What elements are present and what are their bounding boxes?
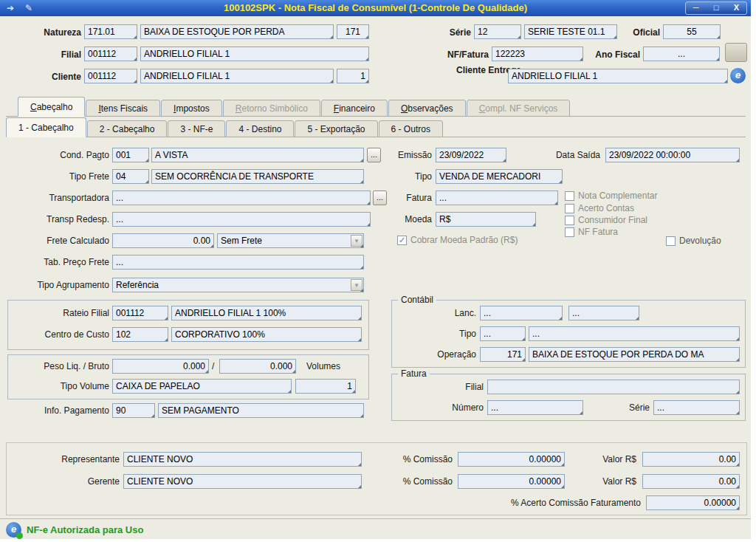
transp-redesp-label: Transp Redesp. bbox=[6, 212, 109, 227]
frete-calculado-field[interactable]: 0.00 bbox=[112, 233, 214, 248]
moeda-field[interactable]: R$ bbox=[436, 212, 536, 227]
tab-retorno-simbolico: Retorno Simbólico bbox=[223, 100, 320, 117]
info-pagamento-desc-field[interactable]: SEM PAGAMENTO bbox=[158, 403, 364, 418]
subtab-4-destino[interactable]: 4 - Destino bbox=[226, 120, 294, 137]
tipo-volume-field[interactable]: CAIXA DE PAPELAO bbox=[112, 379, 292, 394]
fatura-serie-field[interactable]: ... bbox=[653, 400, 740, 415]
maximize-button[interactable]: □ bbox=[706, 2, 726, 14]
rep-pct-comissao-field[interactable]: 0.00000 bbox=[458, 452, 565, 467]
contabil-tipo-field-1[interactable]: ... bbox=[480, 326, 526, 341]
serie-code-field[interactable]: 12 bbox=[474, 24, 521, 39]
rep-valor-field[interactable]: 0.00 bbox=[642, 452, 740, 467]
gerente-field[interactable]: CLIENTE NOVO bbox=[123, 474, 362, 489]
tab-financeiro[interactable]: Financeiro bbox=[321, 100, 388, 117]
transportadora-field[interactable]: ... bbox=[112, 191, 371, 205]
peso-bruto-field[interactable]: 0.000 bbox=[219, 359, 296, 374]
cliente-entrega-field[interactable]: ANDRIELLO FILIAL 1 bbox=[508, 69, 728, 83]
transp-redesp-field[interactable]: ... bbox=[112, 212, 371, 227]
tipo-agrupamento-combo-arrow-icon[interactable]: ▼ bbox=[351, 279, 362, 291]
tipo-frete-desc-field[interactable]: SEM OCORRÊNCIA DE TRANSPORTE bbox=[151, 169, 364, 184]
tipo-label: Tipo bbox=[384, 169, 432, 184]
nf-fatura-checkbox[interactable]: ✓ bbox=[565, 227, 574, 237]
fatura-label: Fatura bbox=[384, 191, 432, 205]
natureza-desc-field[interactable]: BAIXA DE ESTOQUE POR PERDA bbox=[140, 24, 334, 39]
data-saida-label: Data Saída bbox=[543, 148, 600, 162]
peso-liquido-field[interactable]: 0.000 bbox=[112, 359, 209, 374]
natureza-extra-field[interactable]: 171 bbox=[337, 24, 369, 39]
subtab-5-exportacao[interactable]: 5 - Exportação bbox=[295, 120, 377, 137]
tipo-frete-label: Tipo Frete bbox=[6, 169, 109, 184]
tipo-field[interactable]: VENDA DE MERCADORI bbox=[436, 169, 563, 184]
oficial-field[interactable]: 55 bbox=[663, 24, 721, 39]
window-title: 100102SPK - Nota Fiscal de Consumível (1… bbox=[0, 0, 751, 16]
nota-complementar-checkbox[interactable]: ✓ bbox=[565, 191, 574, 201]
frete-tipo-combo[interactable]: Sem Frete▼ bbox=[217, 233, 364, 248]
cond-pagto-desc-field[interactable]: A VISTA bbox=[151, 148, 364, 162]
tab-itens-fiscais[interactable]: Itens Fiscais bbox=[86, 100, 160, 117]
lanc-field-2[interactable]: ... bbox=[568, 306, 639, 320]
emissao-field[interactable]: 23/09/2022 bbox=[436, 148, 506, 162]
ger-pct-comissao-field[interactable]: 0.00000 bbox=[458, 474, 565, 489]
ger-pct-comissao-label: % Comissão bbox=[388, 474, 453, 489]
fatura-filial-field[interactable] bbox=[487, 380, 740, 394]
status-green-dot-icon bbox=[16, 532, 23, 539]
subtab-3-nfe[interactable]: 3 - NF-e bbox=[168, 120, 225, 137]
tab-observacoes[interactable]: Observações bbox=[388, 100, 466, 117]
volumes-label: Volumes bbox=[306, 359, 358, 374]
minimize-button[interactable]: ─ bbox=[686, 2, 706, 14]
natureza-code-field[interactable]: 171.01 bbox=[84, 24, 137, 39]
tab-preco-frete-field[interactable]: ... bbox=[112, 255, 364, 270]
tab-impostos[interactable]: Impostos bbox=[161, 100, 222, 117]
serie-desc-field[interactable]: SERIE TESTE 01.1 bbox=[524, 24, 617, 39]
numero-field[interactable]: ... bbox=[487, 400, 583, 415]
centro-custo-code-field[interactable]: 102 bbox=[112, 327, 168, 342]
numero-label: Número bbox=[421, 400, 484, 415]
volumes-qtd-field[interactable]: 1 bbox=[295, 379, 356, 394]
serie-label: Série bbox=[428, 25, 471, 40]
cliente-desc-field[interactable]: ANDRIELLO FILIAL 1 bbox=[140, 69, 334, 83]
subtab-2-cabecalho[interactable]: 2 - Cabeçalho bbox=[87, 120, 168, 137]
contabil-tipo-field-2[interactable]: ... bbox=[529, 326, 740, 341]
exit-icon[interactable]: ➔ bbox=[4, 2, 17, 14]
representante-field[interactable]: CLIENTE NOVO bbox=[123, 452, 362, 467]
devolucao-checkbox[interactable]: ✓ bbox=[666, 236, 676, 246]
acerto-contas-checkbox[interactable]: ✓ bbox=[565, 204, 574, 213]
rateio-filial-code-field[interactable]: 001112 bbox=[112, 306, 168, 320]
acerto-comissao-field[interactable]: 0.00000 bbox=[646, 495, 740, 510]
cond-pagto-label: Cond. Pagto bbox=[6, 148, 109, 162]
tools-icon[interactable]: ✎ bbox=[22, 2, 35, 14]
cond-pagto-code-field[interactable]: 001 bbox=[112, 148, 149, 162]
lanc-field-1[interactable]: ... bbox=[480, 306, 563, 320]
data-saida-field[interactable]: 23/09/2022 00:00:00 bbox=[605, 148, 740, 162]
operacao-desc-field[interactable]: BAIXA DE ESTOQUE POR PERDA DO MA bbox=[529, 347, 740, 362]
nf-fatura-field[interactable]: 122223 bbox=[492, 47, 583, 61]
tipo-frete-code-field[interactable]: 04 bbox=[112, 169, 149, 184]
contabil-legend: Contábil bbox=[398, 295, 436, 305]
cobrar-moeda-checkbox[interactable]: ✓ bbox=[397, 236, 407, 245]
ano-fiscal-field[interactable]: ... bbox=[643, 47, 720, 61]
tab-cabecalho[interactable]: Cabeçalho bbox=[18, 97, 85, 117]
rateio-filial-label: Rateio Filial bbox=[6, 306, 109, 320]
filial-code-field[interactable]: 001112 bbox=[84, 47, 137, 61]
cond-pagto-lookup-button[interactable]: ... bbox=[367, 148, 381, 162]
operacao-code-field[interactable]: 171 bbox=[480, 347, 526, 362]
subtab-1-cabecalho[interactable]: 1 - Cabeçalho bbox=[6, 117, 86, 137]
cliente-entrega-browse-icon[interactable]: e bbox=[730, 68, 746, 83]
cliente-code-field[interactable]: 001112 bbox=[84, 69, 137, 83]
app-window: 100102SPK - Nota Fiscal de Consumível (1… bbox=[0, 0, 751, 539]
fatura-field[interactable]: ... bbox=[436, 191, 558, 205]
subtab-6-outros[interactable]: 6 - Outros bbox=[379, 120, 443, 137]
filial-desc-field[interactable]: ANDRIELLO FILIAL 1 bbox=[140, 47, 369, 61]
consumidor-final-checkbox[interactable]: ✓ bbox=[565, 216, 574, 225]
ger-valor-field[interactable]: 0.00 bbox=[642, 474, 740, 489]
centro-custo-desc-field[interactable]: CORPORATIVO 100% bbox=[171, 327, 362, 342]
cliente-loja-field[interactable]: 1 bbox=[337, 69, 369, 83]
info-pagamento-code-field[interactable]: 90 bbox=[112, 403, 155, 418]
tipo-agrupamento-label: Tipo Agrupamento bbox=[6, 278, 109, 292]
fatura-serie-label: Série bbox=[598, 400, 650, 415]
close-button[interactable]: X bbox=[726, 2, 746, 14]
rateio-filial-desc-field[interactable]: ANDRIELLO FILIAL 1 100% bbox=[171, 306, 362, 320]
frete-tipo-combo-arrow-icon[interactable]: ▼ bbox=[351, 235, 362, 247]
tipo-agrupamento-combo[interactable]: Referência▼ bbox=[112, 278, 364, 292]
ano-fiscal-lookup-icon[interactable] bbox=[725, 43, 747, 62]
